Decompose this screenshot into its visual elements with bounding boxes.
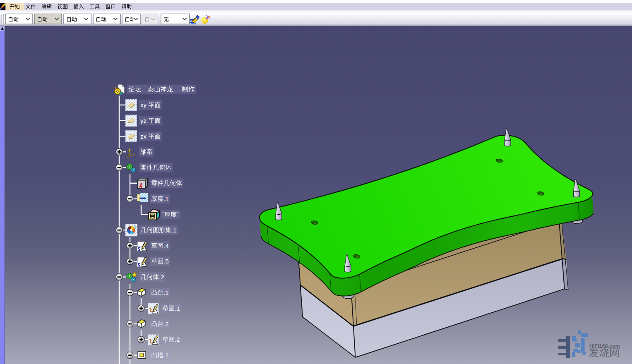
svg-text:yz: yz	[140, 117, 147, 124]
svg-text:.2: .2	[175, 336, 180, 343]
svg-text:.4: .4	[163, 242, 169, 249]
svg-text:---: ---	[141, 86, 148, 93]
svg-text:`: `	[177, 211, 179, 218]
svg-text:.1: .1	[163, 195, 169, 202]
svg-text:.1: .1	[163, 352, 169, 359]
svg-text:.1: .1	[175, 305, 180, 312]
svg-text:.5: .5	[163, 258, 169, 265]
svg-text:.2: .2	[163, 321, 169, 328]
svg-text:.1: .1	[171, 227, 177, 234]
svg-text:xy: xy	[140, 101, 147, 108]
svg-text:zx: zx	[140, 133, 147, 140]
svg-text:----: ----	[173, 86, 182, 93]
svg-text:`: `	[162, 211, 164, 218]
svg-text:.1: .1	[163, 289, 169, 296]
svg-text:.2: .2	[159, 273, 164, 280]
